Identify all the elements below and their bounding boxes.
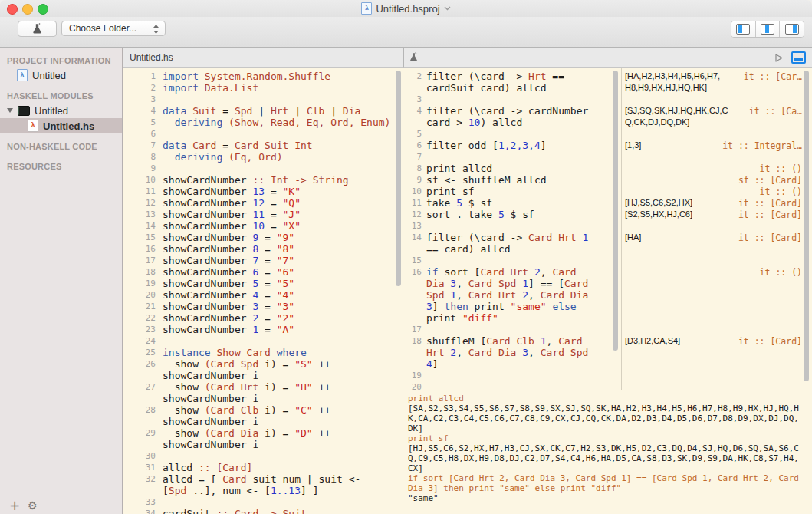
toggle-console-button[interactable] bbox=[791, 51, 806, 64]
line-number: 2 bbox=[404, 71, 422, 82]
line-number: 17 bbox=[123, 255, 156, 266]
console-output-line: DK] bbox=[408, 423, 812, 433]
result-row: [HJ,S5,C6,S2,HX]it :: [Card] bbox=[625, 197, 802, 209]
sidebar-item-untitled-hs[interactable]: Untitled.hs bbox=[0, 118, 122, 133]
toggle-middle-area-button[interactable] bbox=[755, 21, 780, 37]
code-line: showCardNumber i bbox=[123, 416, 403, 427]
line-number: 4 bbox=[123, 105, 156, 117]
editor-code-area[interactable]: 1import System.Random.Shuffle2import Dat… bbox=[123, 68, 403, 514]
code-line: print "diff" bbox=[404, 312, 621, 324]
editor-tab-bar: Untitled.hs bbox=[123, 48, 404, 68]
title-chevron-icon[interactable] bbox=[444, 6, 451, 11]
result-type: it :: [Card] bbox=[738, 232, 802, 243]
line-number: 11 bbox=[123, 186, 156, 197]
playground-scrollbar[interactable] bbox=[613, 71, 618, 351]
result-type: it :: [Card] bbox=[738, 198, 802, 209]
gear-icon[interactable]: ⚙ bbox=[28, 499, 38, 512]
right-panel-icon bbox=[785, 24, 799, 35]
line-number: 20 bbox=[123, 289, 156, 301]
code-line: 16if sort [Card Hrt 2, Card bbox=[404, 266, 621, 278]
console-output-line: "same" bbox=[408, 493, 812, 503]
line-number: 13 bbox=[404, 220, 422, 232]
code-line: 3 bbox=[123, 94, 403, 105]
left-panel-icon bbox=[736, 24, 750, 35]
code-line: 11take 5 $ sf bbox=[404, 197, 621, 209]
code-line: == card) allcd bbox=[404, 243, 621, 255]
line-number: 23 bbox=[123, 324, 156, 335]
toggle-left-area-button[interactable] bbox=[731, 21, 755, 37]
line-number: 30 bbox=[123, 450, 156, 462]
line-number bbox=[404, 347, 422, 358]
line-number: 22 bbox=[123, 312, 156, 324]
code-line: 7 bbox=[404, 151, 621, 163]
code-line: 34cardSuit :: Card -> Suit bbox=[123, 508, 403, 514]
code-line: Spd 1, Card Hrt 2, Card Dia bbox=[404, 289, 621, 301]
result-type: it :: [Card] bbox=[738, 209, 802, 220]
code-line: 30 bbox=[123, 450, 403, 462]
code-line: 19 bbox=[404, 370, 621, 381]
show-hide-area-control bbox=[731, 21, 804, 38]
result-type: sf :: [Card] bbox=[738, 175, 802, 186]
code-line: 25instance Show Card where bbox=[123, 347, 403, 358]
sidebar-item-label: Untitled bbox=[32, 70, 66, 81]
code-line: 2filter (\card -> Hrt == bbox=[404, 71, 621, 82]
line-number bbox=[123, 439, 156, 450]
sidebar-item-untitled[interactable]: Untitled bbox=[0, 103, 122, 118]
line-number bbox=[404, 301, 422, 312]
code-line: 5 bbox=[404, 128, 621, 140]
console-output-line: [HJ,S5,C6,S2,HX,H7,H3,CJ,SX,CK,C7,H2,S3,… bbox=[408, 443, 812, 453]
result-type: it :: () bbox=[760, 163, 802, 174]
code-line: 9 bbox=[123, 163, 403, 174]
sidebar-section-header: HASKELL MODULES bbox=[0, 83, 122, 103]
code-line: showCardNumber i bbox=[123, 439, 403, 450]
code-line: 3] then print "same" else bbox=[404, 301, 621, 312]
code-line: 2import Data.List bbox=[123, 82, 403, 94]
result-type: it :: () bbox=[760, 186, 802, 197]
disclosure-triangle-icon[interactable] bbox=[7, 108, 13, 113]
line-number: 3 bbox=[404, 94, 422, 105]
line-number: 16 bbox=[123, 243, 156, 255]
code-line: 13 bbox=[404, 220, 621, 232]
data-bucket-select[interactable]: Choose Folder... bbox=[61, 21, 166, 36]
code-line: 4data Suit = Spd | Hrt | Clb | Dia bbox=[123, 105, 403, 117]
line-number: 19 bbox=[123, 278, 156, 289]
experiment-button[interactable] bbox=[18, 21, 57, 37]
playground-header bbox=[404, 48, 812, 68]
line-number: 28 bbox=[123, 404, 156, 416]
playground-code-area[interactable]: 2filter (\card -> Hrt ==cardSuit card) a… bbox=[404, 68, 621, 393]
code-line: 28 show (Card Clb i) = "C" ++ bbox=[123, 404, 403, 416]
line-number bbox=[123, 485, 156, 496]
results-scrollbar[interactable] bbox=[804, 71, 809, 381]
line-number: 18 bbox=[123, 266, 156, 278]
add-icon[interactable]: + bbox=[9, 499, 20, 512]
code-line: 8print allcd bbox=[404, 163, 621, 174]
toggle-right-area-button[interactable] bbox=[779, 21, 804, 37]
sidebar-bottom-bar: + ⚙ bbox=[0, 496, 123, 514]
code-line: 10showCardNumber :: Int -> String bbox=[123, 174, 403, 186]
result-type: it :: [Card] bbox=[738, 336, 802, 347]
line-number: 14 bbox=[404, 232, 422, 243]
console-output-line: Q,C9,C5,H8,DX,H9,D8,DJ,C2,D7,S4,C4,H6,HA… bbox=[408, 453, 812, 463]
code-line: 15showCardNumber 9 = "9" bbox=[123, 232, 403, 243]
code-line: 17showCardNumber 7 = "7" bbox=[123, 255, 403, 266]
line-number: 12 bbox=[404, 209, 422, 220]
console-output-line: K,CA,C2,C3,C4,C5,C6,C7,C8,C9,CX,CJ,CQ,CK… bbox=[408, 414, 812, 423]
code-line: 22showCardNumber 2 = "2" bbox=[123, 312, 403, 324]
editor-scrollbar[interactable] bbox=[396, 71, 401, 286]
line-number bbox=[123, 370, 156, 381]
run-playground-button[interactable] bbox=[774, 53, 784, 63]
code-line: 10print sf bbox=[404, 186, 621, 197]
code-line: 19showCardNumber 5 = "5" bbox=[123, 278, 403, 289]
haskell-file-icon bbox=[28, 120, 38, 132]
editor-file-tab: Untitled.hs bbox=[130, 52, 173, 63]
line-number: 9 bbox=[404, 174, 422, 186]
code-line: 26 show (Card Spd i) = "S" ++ bbox=[123, 358, 403, 370]
app-window: Untitled.hsproj Experiment Choose Folder… bbox=[0, 0, 812, 514]
line-number: 15 bbox=[123, 232, 156, 243]
code-line: 23showCardNumber 1 = "A" bbox=[123, 324, 403, 335]
console-command-echo: Dia 3] then print "same" else print "dif… bbox=[408, 483, 812, 493]
sidebar-item-label: Untitled.hs bbox=[43, 120, 94, 132]
code-line: 4filter (\card -> cardNumber bbox=[404, 105, 621, 117]
sidebar-item-untitled[interactable]: Untitled bbox=[0, 68, 122, 83]
toolbar: Experiment Choose Folder... Data Bucket … bbox=[0, 17, 812, 48]
